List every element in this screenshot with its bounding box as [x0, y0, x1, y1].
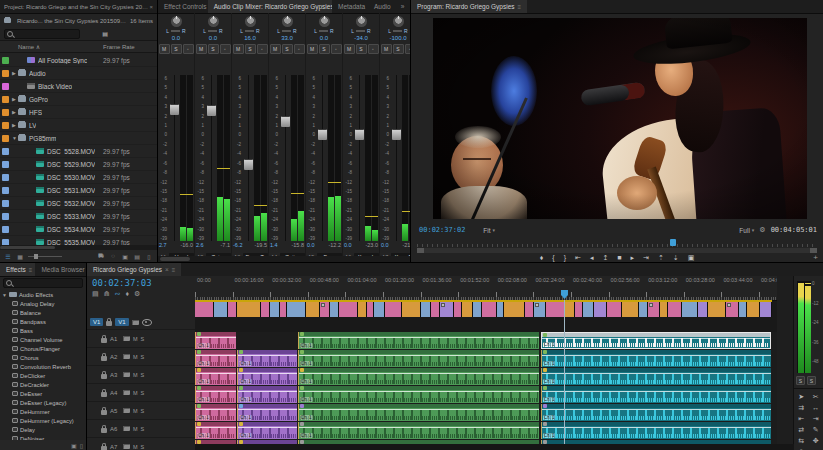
- mark-in-button[interactable]: {: [552, 253, 554, 262]
- audio-clip[interactable]: Ch. 1: [195, 404, 236, 421]
- mixer-hscrollbar[interactable]: [158, 256, 410, 262]
- pan-knob[interactable]: [356, 16, 367, 27]
- video-clip[interactable]: [698, 302, 707, 317]
- panel-menu-icon[interactable]: ≡: [518, 4, 522, 10]
- video-clip[interactable]: [280, 302, 288, 317]
- track-header-a7[interactable]: A7MS: [87, 438, 195, 450]
- video-clip[interactable]: [454, 302, 462, 317]
- clear-button[interactable]: ▯: [145, 253, 153, 260]
- rate-stretch-tool[interactable]: ⇥: [813, 415, 819, 423]
- write-keyframes-toggle[interactable]: ◦: [294, 44, 305, 54]
- fader-db-value[interactable]: -6.2: [233, 242, 242, 248]
- mute-button[interactable]: M: [133, 390, 138, 396]
- step-forward-button[interactable]: ▸: [631, 253, 635, 262]
- mute-button[interactable]: M: [133, 354, 138, 360]
- label-color-chip[interactable]: [2, 187, 9, 194]
- settings-wrench-icon[interactable]: ⚙: [759, 226, 765, 234]
- tab-audio[interactable]: Audio: [368, 0, 395, 13]
- rolling-edit-tool[interactable]: ⇤: [798, 415, 804, 423]
- video-clip[interactable]: [546, 302, 565, 317]
- mute-button[interactable]: M: [233, 44, 244, 54]
- volume-rubber-band[interactable]: [238, 391, 296, 392]
- project-item-row[interactable]: DSC_5530.MOV29.97 fps: [0, 171, 157, 184]
- audio-clip[interactable]: Ch. 1: [541, 404, 771, 421]
- audio-clip[interactable]: Ch. 1: [298, 368, 539, 385]
- lock-icon[interactable]: [101, 428, 107, 433]
- track-header-a3[interactable]: A3MS: [87, 366, 195, 384]
- find-button[interactable]: ◌: [109, 253, 117, 260]
- solo-button[interactable]: S: [141, 444, 145, 450]
- video-clip[interactable]: [306, 302, 320, 317]
- sync-lock-icon[interactable]: [123, 390, 130, 395]
- effect-item-row[interactable]: Bass: [0, 326, 86, 335]
- volume-rubber-band[interactable]: [196, 409, 236, 410]
- audio-clip-selected[interactable]: Ch. 1: [541, 332, 771, 349]
- effect-item-row[interactable]: Channel Volume: [0, 335, 86, 344]
- project-item-row[interactable]: DSC_5534.MOV29.97 fps: [0, 223, 157, 236]
- video-clip[interactable]: [482, 302, 496, 317]
- label-color-chip[interactable]: [2, 57, 9, 64]
- label-color-chip[interactable]: [2, 70, 9, 77]
- track-header-a4[interactable]: A4MS: [87, 384, 195, 402]
- tab-overflow-chevron-icon[interactable]: »: [395, 0, 410, 13]
- volume-rubber-band[interactable]: [542, 355, 771, 356]
- tab-sequence[interactable]: Ricardo Griego Gypsies × ≡: [87, 263, 181, 276]
- video-clip[interactable]: [462, 302, 473, 317]
- extract-button[interactable]: ⇣: [673, 253, 679, 262]
- pan-value[interactable]: 0.0: [195, 35, 231, 41]
- write-keyframes-toggle[interactable]: ◦: [368, 44, 379, 54]
- pen-tool[interactable]: ✎: [813, 426, 819, 434]
- pan-value[interactable]: -34.0: [343, 35, 379, 41]
- effect-item-row[interactable]: DeEsser: [0, 389, 86, 398]
- label-color-chip[interactable]: [2, 83, 9, 90]
- label-color-chip[interactable]: [2, 213, 9, 220]
- audio-clip[interactable]: Ch. 1: [237, 350, 296, 367]
- solo-button[interactable]: S: [141, 336, 145, 342]
- display-settings-icon[interactable]: ⚙: [134, 290, 140, 298]
- slide-tool[interactable]: ⇆: [798, 437, 804, 445]
- timeline-hscrollbar[interactable]: [195, 444, 794, 450]
- mute-button[interactable]: M: [270, 44, 281, 54]
- audio-clip[interactable]: Ch. 1: [195, 350, 236, 367]
- track-header-v1[interactable]: V1V1: [87, 315, 195, 330]
- audio-clip[interactable]: Ch. 1: [298, 422, 539, 439]
- audio-clip[interactable]: Ch. 1: [298, 404, 539, 421]
- solo-left-button[interactable]: S: [796, 376, 805, 385]
- tab-effects[interactable]: Effects≡: [0, 263, 35, 276]
- fader-handle[interactable]: [392, 129, 401, 140]
- project-search-input[interactable]: [4, 29, 80, 39]
- balance-slider[interactable]: [356, 30, 365, 32]
- track-select-tool[interactable]: ⇉: [798, 404, 804, 412]
- tab-program[interactable]: Program: Ricardo Griego Gypsies≡: [411, 0, 527, 13]
- tab-audio-clip-mixer-ricardo-griego-gypsies[interactable]: Audio Clip Mixer: Ricardo Griego Gypsies…: [208, 0, 332, 13]
- tab-effect-controls[interactable]: Effect Controls: [158, 0, 208, 13]
- program-scrubber[interactable]: [417, 239, 817, 247]
- effect-item-row[interactable]: DeHummer (Legacy): [0, 416, 86, 425]
- video-clip[interactable]: [473, 302, 482, 317]
- write-keyframes-toggle[interactable]: ◦: [220, 44, 231, 54]
- mute-button[interactable]: M: [344, 44, 355, 54]
- video-clip[interactable]: [214, 302, 228, 317]
- mute-button[interactable]: M: [159, 44, 170, 54]
- audio-clip[interactable]: Ch. 1: [237, 422, 296, 439]
- project-item-row[interactable]: DSC_5528.MOV29.97 fps: [0, 145, 157, 158]
- video-clip[interactable]: [575, 302, 583, 317]
- project-item-row[interactable]: ▼PG85mm: [0, 132, 157, 145]
- mute-button[interactable]: M: [133, 426, 138, 432]
- column-frame-rate[interactable]: Frame Rate: [103, 44, 135, 50]
- go-to-out-button[interactable]: ⇥: [643, 253, 649, 262]
- volume-rubber-band[interactable]: [299, 409, 539, 410]
- play-stop-button[interactable]: ■: [617, 253, 621, 262]
- solo-button[interactable]: S: [171, 44, 182, 54]
- volume-fader[interactable]: [355, 75, 364, 241]
- video-clip[interactable]: [594, 302, 607, 317]
- label-color-chip[interactable]: [2, 109, 9, 116]
- step-back-button[interactable]: ◂: [590, 253, 594, 262]
- volume-rubber-band[interactable]: [196, 355, 236, 356]
- effect-item-row[interactable]: Delay: [0, 425, 86, 434]
- video-clip[interactable]: [287, 302, 306, 317]
- fader-handle[interactable]: [355, 129, 364, 140]
- video-clip[interactable]: [660, 302, 668, 317]
- solo-button[interactable]: S: [356, 44, 367, 54]
- video-clip[interactable]: [708, 302, 727, 317]
